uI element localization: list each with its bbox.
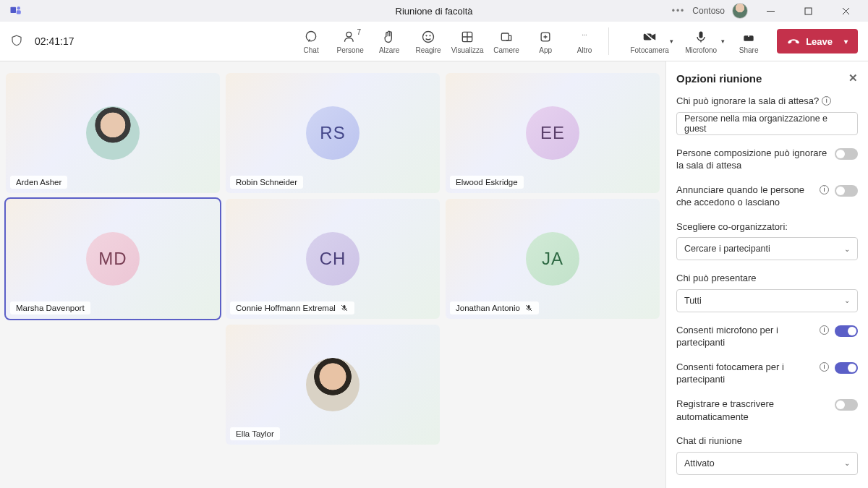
window-maximize[interactable] [793, 1, 823, 21]
dialin-bypass-toggle[interactable] [835, 148, 858, 160]
record-option: Registrare e trascrivere automaticamente [676, 398, 858, 423]
participant-tile[interactable]: CHConnie Hoffmann Extremal [226, 199, 440, 319]
camera-chevron-icon[interactable]: ▾ [670, 38, 673, 45]
camera-off-icon [642, 29, 658, 45]
coorganizer-option: Scegliere co-organizzatori: Cercare i pa… [676, 221, 858, 261]
participant-name-label: Connie Hoffmann Extremal [230, 301, 354, 314]
allow-cam-option: Consenti fotocamera per i partecipantii [676, 361, 858, 386]
record-toggle[interactable] [835, 399, 858, 411]
emoji-icon [420, 29, 436, 45]
participant-tile[interactable]: RSRobin Schneider [226, 73, 440, 193]
participant-avatar: CH [306, 232, 359, 286]
dialin-bypass-option: Persone composizione può ignorare la sal… [676, 147, 858, 172]
rooms-icon [498, 29, 514, 45]
participant-avatar [86, 106, 140, 160]
panel-title: Opzioni riunione [676, 72, 762, 85]
svg-point-8 [430, 35, 430, 35]
participant-avatar: JA [526, 232, 579, 286]
svg-point-13 [584, 34, 585, 35]
participant-name-label: Arden Asher [10, 176, 67, 189]
svg-point-7 [426, 35, 427, 35]
info-icon[interactable]: i [820, 362, 829, 372]
leave-button[interactable]: Leave ▾ [777, 29, 858, 53]
toolbar-divider [608, 27, 609, 55]
svg-point-1 [17, 7, 21, 10]
meeting-title: Riunione di facoltà [396, 6, 473, 17]
react-button[interactable]: Reagire [409, 22, 448, 61]
meeting-options-panel: Opzioni riunione ✕ Chi può ignorare la s… [665, 61, 868, 488]
info-icon[interactable]: i [822, 96, 831, 106]
titlebar: Riunione di facoltà ••• Contoso [0, 0, 868, 22]
apps-icon [537, 29, 553, 45]
participant-name-label: Elwood Eskridge [450, 176, 524, 189]
phone-icon [784, 33, 802, 51]
lobby-select[interactable]: Persone nella mia organizzazione e guest [676, 112, 858, 135]
participant-tile[interactable]: Arden Asher [6, 73, 220, 193]
muted-icon [340, 304, 349, 312]
mic-button[interactable]: Microfono [678, 22, 724, 61]
chat-icon [303, 29, 319, 45]
announce-option: Annunciare quando le persone che accedon… [676, 184, 858, 209]
info-icon[interactable]: i [820, 185, 829, 194]
svg-point-12 [582, 34, 583, 35]
shield-icon[interactable] [10, 34, 25, 48]
hand-icon [381, 29, 397, 45]
teams-app-icon [9, 4, 23, 18]
more-settings-icon[interactable]: ••• [672, 6, 686, 16]
view-button[interactable]: Visualizza [448, 22, 487, 61]
svg-rect-3 [805, 8, 812, 14]
announce-toggle[interactable] [835, 185, 858, 197]
raise-hand-button[interactable]: Alzare [370, 22, 409, 61]
chevron-down-icon: ⌄ [844, 245, 850, 253]
participant-tile[interactable]: MDMarsha Davenport [6, 199, 220, 319]
people-icon: 7 [342, 29, 358, 45]
chevron-down-icon: ⌄ [844, 296, 850, 304]
participant-avatar: MD [86, 232, 140, 286]
org-name: Contoso [692, 6, 725, 16]
leave-chevron-icon[interactable]: ▾ [844, 38, 848, 46]
participant-name-label: Jonathan Antonio [450, 301, 539, 314]
apps-button[interactable]: App [526, 22, 565, 61]
participant-tile[interactable]: Ella Taylor [226, 325, 440, 445]
microphone-icon [693, 29, 709, 45]
info-icon[interactable]: i [820, 325, 829, 335]
svg-point-6 [423, 31, 434, 42]
camera-button[interactable]: Fotocamera [626, 22, 673, 61]
lobby-option: Chi può ignorare la sala di attesa?i Per… [676, 95, 858, 135]
close-icon[interactable]: ✕ [848, 72, 858, 85]
grid-icon [459, 29, 475, 45]
more-button[interactable]: Altro [565, 22, 604, 61]
participant-tile[interactable]: EEElwood Eskridge [446, 73, 660, 193]
participant-avatar: EE [526, 106, 579, 160]
mic-chevron-icon[interactable]: ▾ [721, 38, 725, 45]
rooms-button[interactable]: Camere [487, 22, 526, 61]
ellipsis-icon [576, 29, 592, 45]
svg-point-14 [586, 34, 587, 35]
participant-name-label: Marsha Davenport [10, 301, 90, 314]
window-close[interactable] [830, 1, 861, 21]
participant-name-label: Robin Schneider [230, 176, 303, 189]
svg-rect-10 [501, 33, 509, 40]
svg-rect-2 [17, 10, 21, 14]
video-stage: Arden AsherRSRobin SchneiderEEElwood Esk… [0, 61, 665, 488]
svg-rect-16 [699, 31, 703, 38]
chat-button[interactable]: Chat [292, 22, 331, 61]
share-button[interactable]: Share [729, 22, 768, 61]
participant-avatar: RS [306, 106, 359, 160]
coorganizer-select[interactable]: Cercare i partecipanti ⌄ [676, 237, 858, 260]
svg-point-4 [306, 31, 315, 40]
participant-tile[interactable]: JAJonathan Antonio [446, 199, 660, 319]
user-avatar[interactable] [732, 3, 748, 19]
people-button[interactable]: 7 Persone [331, 22, 370, 61]
meeting-toolbar: 02:41:17 Chat 7 Persone Alzare Reagire V… [0, 22, 868, 61]
meeting-chat-option: Chat di riunione Attivato ⌄ [676, 435, 858, 475]
allow-mic-toggle[interactable] [835, 325, 858, 337]
presenter-option: Chi può presentare Tutti ⌄ [676, 272, 858, 312]
window-minimize[interactable] [755, 1, 786, 21]
allow-cam-toggle[interactable] [835, 362, 858, 374]
share-icon [741, 29, 757, 45]
presenter-select[interactable]: Tutti ⌄ [676, 289, 858, 312]
svg-point-5 [346, 32, 352, 37]
meeting-chat-select[interactable]: Attivato ⌄ [676, 452, 858, 475]
allow-mic-option: Consenti microfono per i partecipantii [676, 324, 858, 349]
